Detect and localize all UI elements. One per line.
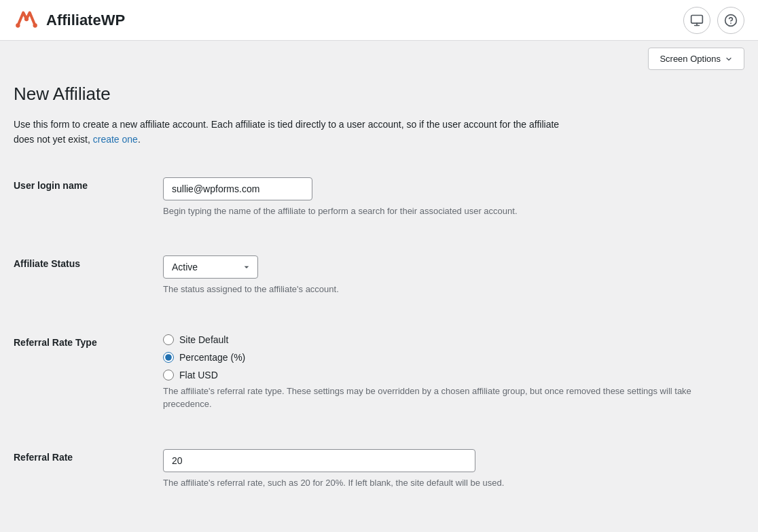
help-button[interactable] [717,7,744,34]
referral-rate-type-radio-group: Site Default Percentage (%) Flat USD [163,334,744,380]
logo-area: AffiliateWP [14,6,125,34]
description-text-part2: does not yet exist, [14,134,93,145]
user-login-field-row [163,177,744,200]
affiliate-status-help: The status assigned to the affiliate's a… [163,283,693,296]
user-login-input[interactable] [163,177,312,200]
svg-point-2 [24,17,29,21]
user-login-help: Begin typing the name of the affiliate t… [163,205,693,218]
radio-option-percentage[interactable]: Percentage (%) [163,352,744,363]
referral-rate-help: The affiliate's referral rate, such as 2… [163,476,693,490]
referral-rate-type-row: Referral Rate Type Site Default Percenta… [14,325,744,421]
create-one-link[interactable]: create one [93,134,138,145]
user-login-row: User login name Begin typing the name of… [14,168,744,228]
radio-flat-usd[interactable] [163,370,174,380]
radio-site-default-label: Site Default [179,334,228,345]
user-login-label: User login name [14,180,88,191]
monitor-button[interactable] [683,7,710,34]
affiliate-status-field-row: Active Inactive Pending [163,255,744,279]
referral-rate-type-label: Referral Rate Type [14,337,97,348]
affiliate-status-row: Affiliate Status Active Inactive Pending… [14,246,744,306]
radio-percentage[interactable] [163,352,174,363]
radio-percentage-label: Percentage (%) [179,352,245,363]
description-text-part1: Use this form to create a new affiliate … [14,119,559,130]
radio-site-default[interactable] [163,334,174,345]
svg-point-1 [33,23,37,27]
referral-rate-type-help: The affiliate's referral rate type. Thes… [163,385,693,411]
chevron-down-icon [725,55,733,63]
radio-option-site-default[interactable]: Site Default [163,334,744,345]
svg-rect-3 [691,15,703,23]
topbar-actions [683,7,744,34]
affiliate-status-select[interactable]: Active Inactive Pending [163,255,258,279]
form-table: User login name Begin typing the name of… [14,168,744,499]
radio-option-flat-usd[interactable]: Flat USD [163,370,744,380]
svg-point-0 [16,23,20,27]
affiliatewp-logo-icon [14,6,39,34]
screen-options-button[interactable]: Screen Options [648,48,744,70]
radio-flat-usd-label: Flat USD [179,370,218,380]
screen-options-bar: Screen Options [0,41,758,70]
referral-rate-field-row [163,449,744,472]
description-end: . [138,134,141,145]
affiliate-status-label: Affiliate Status [14,258,80,269]
main-content: New Affiliate Use this form to create a … [0,70,758,526]
referral-rate-input[interactable] [163,449,475,472]
page-description: Use this form to create a new affiliate … [14,117,734,147]
page-title: New Affiliate [14,84,744,105]
referral-rate-row: Referral Rate The affiliate's referral r… [14,440,744,499]
logo-text: AffiliateWP [46,12,125,29]
screen-options-label: Screen Options [660,54,721,64]
referral-rate-label: Referral Rate [14,452,73,463]
topbar: AffiliateWP [0,0,758,41]
